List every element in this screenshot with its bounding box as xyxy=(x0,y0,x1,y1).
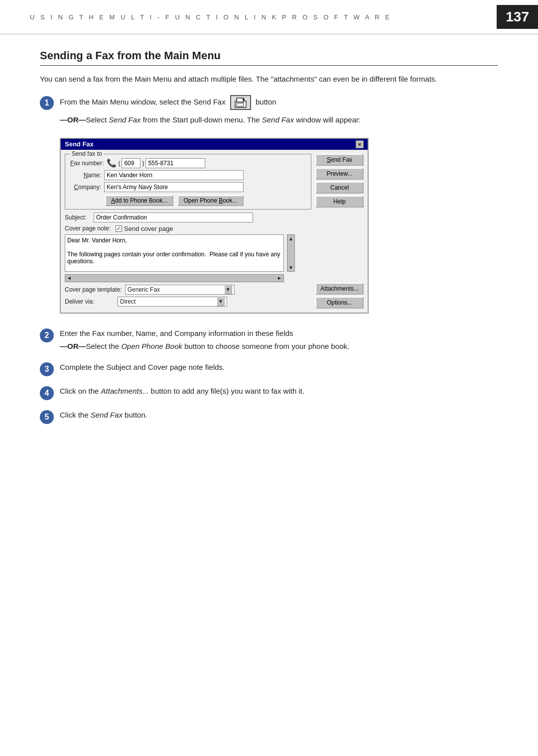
deliver-dropdown[interactable]: Direct ▼ xyxy=(118,297,227,307)
group-box-label: Send fax to xyxy=(70,150,104,157)
name-input[interactable] xyxy=(104,170,244,180)
paren-close: ) xyxy=(142,160,144,167)
send-fax-dialog: Send Fax × Send fax to Fax number: 📞 xyxy=(60,138,369,314)
dialog-right-panel: Send Fax Preview... Cancel Help Attachme… xyxy=(315,154,364,309)
step-3-number: 3 xyxy=(40,362,54,376)
options-button[interactable]: Options... xyxy=(315,297,364,309)
open-phone-book-button[interactable]: Open Phone Book... xyxy=(177,195,243,206)
subject-label: Subject: xyxy=(65,214,91,221)
template-dropdown[interactable]: Generic Fax ▼ xyxy=(125,285,235,295)
name-row: Name: xyxy=(70,170,306,180)
intro-text: You can send a fax from the Main Menu an… xyxy=(40,74,498,85)
add-to-phone-book-button[interactable]: Add to Phone Book... xyxy=(105,195,173,206)
cover-textarea-section: Dear Mr. Vander Horn, The following page… xyxy=(65,234,311,285)
fax-number-row: Fax number: 📞 ( ) xyxy=(70,158,306,168)
dialog-title: Send Fax xyxy=(65,140,94,148)
send-cover-checkbox-row: ✓ Send cover page xyxy=(116,225,173,232)
header-title: U S I N G T H E M U L T I - F U N C T I … xyxy=(30,13,392,21)
company-label: Company: xyxy=(70,184,101,191)
step-1-or-content: —OR—Select Send Fax from the Start pull-… xyxy=(60,114,498,126)
step-1-content: From the Main Menu window, select the Se… xyxy=(60,95,498,110)
step-1-or: —OR—Select Send Fax from the Start pull-… xyxy=(60,114,498,126)
phone-icon: 📞 xyxy=(107,158,117,168)
dialog-left-panel: Send fax to Fax number: 📞 ( ) xyxy=(65,154,311,309)
step-1-number: 1 xyxy=(40,96,54,110)
deliver-dropdown-arrow[interactable]: ▼ xyxy=(217,297,225,306)
step-4: 4 Click on the Attachments... button to … xyxy=(40,385,498,400)
side-btn-group: Attachments... Options... xyxy=(315,283,364,309)
attachments-button[interactable]: Attachments... xyxy=(315,283,364,295)
dialog-close-button[interactable]: × xyxy=(356,140,364,148)
cover-page-label: Cover page note: xyxy=(65,225,111,232)
phone-book-buttons: Add to Phone Book... Open Phone Book... xyxy=(70,195,306,206)
help-button[interactable]: Help xyxy=(315,196,364,208)
fax-number-input[interactable] xyxy=(145,158,205,168)
deliver-label: Deliver via: xyxy=(65,298,115,305)
svg-rect-3 xyxy=(243,99,245,101)
step-5-content: Click the Send Fax button. xyxy=(60,409,498,421)
deliver-value: Direct xyxy=(120,298,135,305)
header: U S I N G T H E M U L T I - F U N C T I … xyxy=(0,0,538,34)
step-5: 5 Click the Send Fax button. xyxy=(40,409,498,424)
send-cover-checkbox[interactable]: ✓ xyxy=(116,225,122,232)
cancel-button[interactable]: Cancel xyxy=(315,182,364,194)
step-1: 1 From the Main Menu window, select the … xyxy=(40,95,498,110)
section-title: Sending a Fax from the Main Menu xyxy=(40,49,498,66)
step-4-number: 4 xyxy=(40,386,54,400)
page-number: 137 xyxy=(497,5,538,29)
name-label: Name: xyxy=(70,172,101,179)
template-label: Cover page template: xyxy=(65,286,122,293)
send-fax-dialog-wrapper: Send Fax × Send fax to Fax number: 📞 xyxy=(60,138,498,314)
company-row: Company: xyxy=(70,182,306,192)
company-input[interactable] xyxy=(104,182,244,192)
svg-rect-2 xyxy=(237,103,244,107)
cover-page-row: Cover page note: ✓ Send cover page xyxy=(65,225,311,232)
step-3-content: Complete the Subject and Cover page note… xyxy=(60,361,498,373)
fax-number-label: Fax number: xyxy=(70,160,104,167)
step-5-number: 5 xyxy=(40,410,54,424)
cover-textarea-wrapper: Dear Mr. Vander Horn, The following page… xyxy=(65,234,311,272)
step-2-or: —OR—Select the Open Phone Book button to… xyxy=(60,340,498,352)
step-2-content: Enter the Fax number, Name, and Company … xyxy=(60,327,498,352)
fax-number-inputs: 📞 ( ) xyxy=(107,158,205,168)
template-dropdown-arrow[interactable]: ▼ xyxy=(224,285,232,294)
cover-textarea-scrollbar-h[interactable]: ◄ ► xyxy=(65,274,284,282)
subject-row: Subject: xyxy=(65,213,311,222)
cover-text-area[interactable]: Dear Mr. Vander Horn, The following page… xyxy=(65,234,284,272)
step-3: 3 Complete the Subject and Cover page no… xyxy=(40,361,498,376)
svg-rect-1 xyxy=(237,98,244,102)
dialog-body: Send fax to Fax number: 📞 ( ) xyxy=(61,150,368,313)
send-fax-button[interactable]: Send Fax xyxy=(315,154,364,166)
main-content: Sending a Fax from the Main Menu You can… xyxy=(0,34,538,453)
fax-area-code-input[interactable] xyxy=(122,158,140,168)
scroll-up-arrow[interactable]: ▲ xyxy=(287,235,294,242)
send-fax-icon xyxy=(230,95,251,110)
scroll-right-arrow[interactable]: ► xyxy=(275,275,283,281)
step-4-content: Click on the Attachments... button to ad… xyxy=(60,385,498,397)
scroll-down-arrow[interactable]: ▼ xyxy=(287,264,294,271)
scrollbar-h-wrapper: ◄ ► xyxy=(65,274,311,282)
scroll-left-arrow[interactable]: ◄ xyxy=(65,275,73,281)
paren-open: ( xyxy=(118,160,120,167)
send-fax-to-group: Send fax to Fax number: 📞 ( ) xyxy=(65,154,311,210)
template-value: Generic Fax xyxy=(128,286,160,293)
dialog-titlebar: Send Fax × xyxy=(61,139,368,150)
send-cover-label: Send cover page xyxy=(124,225,173,232)
step-2: 2 Enter the Fax number, Name, and Compan… xyxy=(40,327,498,352)
cover-textarea-scrollbar-v[interactable]: ▲ ▼ xyxy=(287,234,295,272)
template-row: Cover page template: Generic Fax ▼ xyxy=(65,285,311,295)
preview-button[interactable]: Preview... xyxy=(315,168,364,180)
step-2-number: 2 xyxy=(40,328,54,342)
subject-input[interactable] xyxy=(94,213,253,222)
deliver-row: Deliver via: Direct ▼ xyxy=(65,297,311,307)
